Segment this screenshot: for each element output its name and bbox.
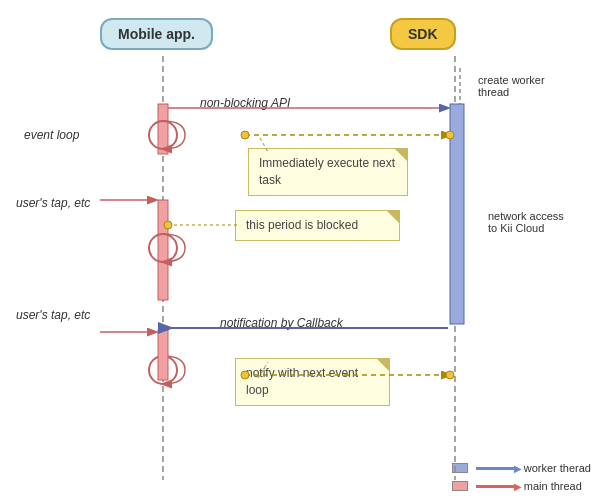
svg-rect-2 <box>158 104 168 154</box>
svg-point-22 <box>446 371 454 379</box>
svg-point-17 <box>164 221 172 229</box>
svg-point-12 <box>446 131 454 139</box>
svg-line-14 <box>260 138 268 152</box>
svg-point-13 <box>241 131 249 139</box>
svg-point-21 <box>241 371 249 379</box>
svg-rect-3 <box>158 200 168 300</box>
sequence-diagram: Mobile app. SDK Immediately execute next… <box>0 0 603 504</box>
svg-rect-7 <box>158 330 168 380</box>
diagram-svg <box>0 0 603 504</box>
